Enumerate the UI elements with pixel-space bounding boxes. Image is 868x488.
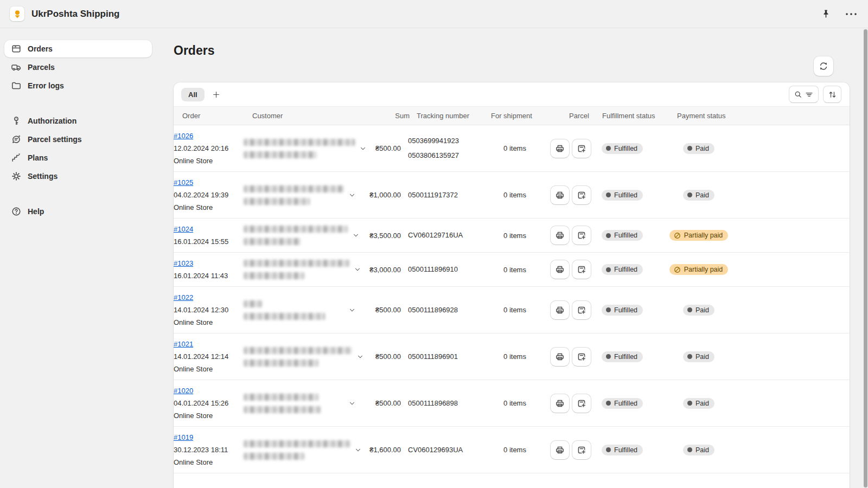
- sort-button[interactable]: [823, 86, 841, 103]
- order-date: 04.01.2024 15:26: [174, 397, 244, 409]
- print-label-button[interactable]: [550, 260, 570, 279]
- refresh-button[interactable]: [814, 56, 833, 76]
- order-row: #1025 04.02.2024 19:39 Online Store ₴1,0…: [174, 172, 850, 219]
- order-link[interactable]: #1021: [174, 340, 193, 348]
- fulfillment-cell: Fulfilled: [593, 351, 668, 362]
- order-date: 04.02.2024 19:39: [174, 189, 244, 201]
- order-link[interactable]: #1022: [174, 293, 193, 301]
- sidebar-item-error-logs[interactable]: Error logs: [4, 77, 152, 94]
- print-label-button[interactable]: [550, 300, 570, 320]
- paid-status-dot: [687, 354, 692, 359]
- payment-badge: Paid: [683, 190, 714, 201]
- sidebar-item-label: Parcel settings: [28, 135, 82, 144]
- fulfilled-status-dot: [606, 307, 611, 312]
- sum-cell: ₴500.00: [360, 399, 401, 407]
- create-parcel-button[interactable]: [572, 300, 591, 320]
- pin-app-button[interactable]: [820, 8, 832, 20]
- expand-customer-button[interactable]: [347, 190, 357, 200]
- fulfillment-label: Fulfilled: [614, 266, 637, 273]
- key-icon: [11, 115, 22, 126]
- create-parcel-button[interactable]: [572, 440, 591, 460]
- order-row: #1021 14.01.2024 12:14 Online Store ₴500…: [174, 333, 850, 380]
- customer-name-redacted: [244, 139, 355, 158]
- payment-label: Partially paid: [684, 266, 723, 273]
- refresh-icon: [818, 61, 829, 72]
- printer-icon: [554, 351, 565, 362]
- print-label-button[interactable]: [550, 185, 570, 205]
- topbar: UkrPoshta Shipping: [0, 0, 868, 28]
- order-link[interactable]: #1019: [174, 433, 193, 441]
- print-label-button[interactable]: [550, 226, 570, 245]
- fulfillment-label: Fulfilled: [614, 191, 637, 199]
- partially-paid-icon: [674, 232, 681, 239]
- sidebar-item-plans[interactable]: Plans: [4, 149, 152, 166]
- print-label-button[interactable]: [550, 394, 570, 413]
- sidebar-item-authorization[interactable]: Authorization: [4, 112, 152, 130]
- order-link[interactable]: #1023: [174, 259, 193, 267]
- fulfillment-label: Fulfilled: [614, 145, 637, 152]
- sidebar-item-parcels[interactable]: Parcels: [4, 59, 152, 76]
- order-cell: #1020 04.01.2024 15:26 Online Store: [174, 384, 244, 422]
- more-menu-button[interactable]: [844, 11, 858, 17]
- sidebar-item-parcel-settings[interactable]: Parcel settings: [4, 131, 152, 148]
- ellipsis-icon: [845, 12, 857, 16]
- order-date: 14.01.2024 12:30: [174, 304, 244, 316]
- fulfilled-status-dot: [606, 401, 611, 406]
- sidebar-item-help[interactable]: Help: [4, 203, 152, 220]
- fulfilled-status-dot: [606, 146, 611, 151]
- page-scrollbar[interactable]: [864, 29, 868, 488]
- parcel-cell: [547, 347, 593, 367]
- order-channel: Online Store: [174, 456, 244, 468]
- fulfillment-badge: Fulfilled: [602, 190, 643, 201]
- customer-blur-line: [244, 440, 350, 447]
- customer-cell: [244, 300, 360, 320]
- document-plus-icon: [576, 143, 587, 154]
- shipment-cell: 0 items: [482, 306, 547, 314]
- payment-label: Paid: [695, 145, 709, 152]
- order-link[interactable]: #1024: [174, 225, 193, 233]
- customer-cell: [244, 260, 360, 279]
- create-parcel-button[interactable]: [572, 139, 591, 158]
- filter-icon: [805, 90, 814, 99]
- create-parcel-button[interactable]: [572, 260, 591, 279]
- sidebar-item-settings[interactable]: Settings: [4, 168, 152, 185]
- search-and-filter-button[interactable]: [789, 86, 819, 103]
- create-parcel-button[interactable]: [572, 226, 591, 245]
- expand-customer-button[interactable]: [351, 230, 361, 240]
- partially-paid-icon: [674, 266, 681, 273]
- create-parcel-button[interactable]: [572, 185, 591, 205]
- order-row: #1022 14.01.2024 12:30 Online Store ₴500…: [174, 287, 850, 333]
- sidebar-item-orders[interactable]: Orders: [4, 40, 152, 57]
- order-link[interactable]: #1020: [174, 387, 193, 395]
- tracking-number: CV060129693UA: [408, 446, 482, 454]
- create-parcel-button[interactable]: [572, 394, 591, 413]
- order-link[interactable]: #1025: [174, 178, 193, 187]
- expand-customer-button[interactable]: [347, 399, 357, 408]
- document-plus-icon: [576, 190, 587, 201]
- tab-all[interactable]: All: [181, 88, 205, 101]
- fulfillment-badge: Fulfilled: [602, 305, 643, 316]
- order-channel: Online Store: [174, 201, 244, 214]
- create-parcel-button[interactable]: [572, 347, 591, 367]
- expand-customer-button[interactable]: [347, 305, 357, 315]
- column-header-shipment: For shipment: [491, 112, 556, 120]
- print-label-button[interactable]: [550, 139, 570, 158]
- print-label-button[interactable]: [550, 347, 570, 367]
- customer-blur-line: [244, 151, 317, 158]
- customer-name-redacted: [244, 347, 352, 367]
- fulfillment-label: Fulfilled: [614, 306, 637, 314]
- order-channel: Online Store: [174, 316, 244, 329]
- fulfilled-status-dot: [606, 354, 611, 359]
- printer-icon: [554, 305, 565, 316]
- customer-cell: [244, 347, 360, 367]
- print-label-button[interactable]: [550, 440, 570, 460]
- scrollbar-thumb[interactable]: [864, 29, 867, 487]
- fulfillment-cell: Fulfilled: [593, 143, 668, 154]
- fulfillment-cell: Fulfilled: [593, 264, 668, 275]
- order-channel: Online Store: [174, 155, 244, 167]
- payment-cell: Paid: [668, 351, 729, 362]
- customer-blur-line: [244, 260, 349, 267]
- order-link[interactable]: #1026: [174, 132, 193, 140]
- add-view-button[interactable]: [212, 91, 220, 99]
- customer-blur-line: [244, 347, 352, 354]
